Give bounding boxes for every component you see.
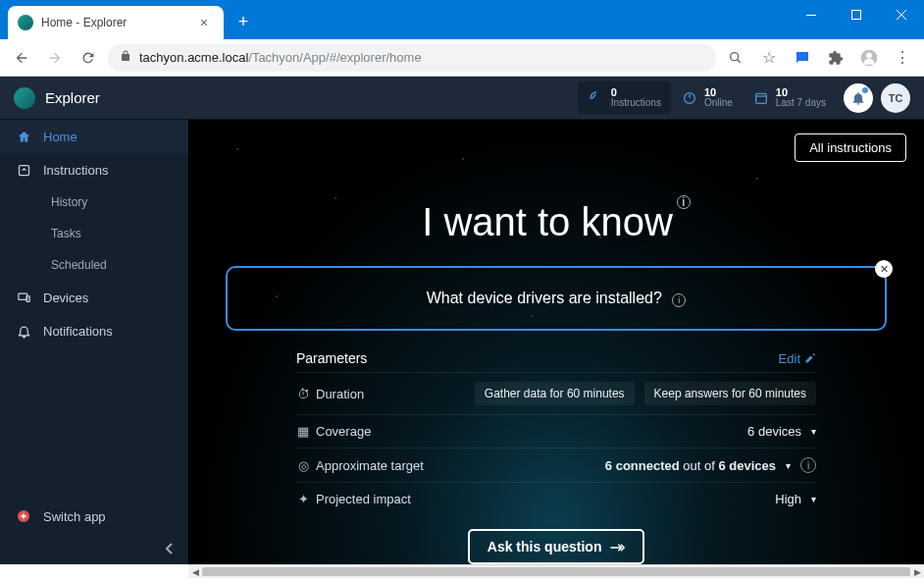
sidebar-item-home[interactable]: Home	[0, 120, 188, 153]
all-instructions-button[interactable]: All instructions	[795, 133, 906, 162]
sidebar-item-tasks[interactable]: Tasks	[0, 218, 188, 249]
main-content: All instructions I want to knowi ✕ What …	[188, 120, 924, 564]
home-icon	[16, 129, 31, 144]
devices-icon	[16, 290, 31, 305]
tab-favicon-icon	[18, 15, 33, 30]
svg-rect-9	[26, 295, 29, 301]
svg-point-2	[731, 52, 739, 60]
calendar-icon	[752, 89, 770, 107]
sidebar-item-instructions[interactable]: Instructions	[0, 153, 188, 186]
zoom-icon[interactable]	[722, 44, 749, 72]
sidebar-switch-app[interactable]: Switch app	[0, 500, 188, 533]
window-controls	[789, 0, 924, 29]
profile-icon[interactable]	[855, 44, 883, 72]
app-topbar: Explorer 0Instructions 10Online 10Last 7…	[0, 77, 924, 120]
menu-icon[interactable]: ⋮	[889, 44, 916, 72]
svg-rect-0	[806, 15, 816, 16]
bookmark-icon[interactable]: ☆	[755, 44, 783, 72]
user-avatar[interactable]: TC	[881, 83, 910, 113]
svg-rect-6	[756, 93, 767, 103]
background-stars	[188, 120, 924, 564]
stat-last7days[interactable]: 10Last 7 days	[743, 81, 836, 114]
sidebar-item-scheduled[interactable]: Scheduled	[0, 249, 188, 281]
question-text: What device drivers are installed?	[427, 290, 662, 306]
svg-point-4	[866, 52, 872, 58]
horizontal-scrollbar[interactable]: ◀ ▶	[188, 564, 924, 578]
stat-instructions[interactable]: 0Instructions	[578, 81, 671, 114]
notification-dot-icon	[862, 87, 868, 93]
reload-button[interactable]	[75, 44, 102, 72]
question-close-button[interactable]: ✕	[875, 260, 893, 278]
gauge-icon	[588, 89, 605, 107]
url-input[interactable]: tachyon.acme.local/Tachyon/App/#/explore…	[108, 44, 716, 72]
close-window-button[interactable]	[879, 0, 924, 29]
scroll-right-arrow-icon[interactable]: ▶	[910, 565, 924, 579]
sidebar-item-devices[interactable]: Devices	[0, 281, 188, 314]
tab-close-icon[interactable]: ×	[196, 15, 212, 30]
new-tab-button[interactable]: +	[230, 8, 257, 35]
svg-rect-1	[852, 11, 861, 20]
forward-button[interactable]	[41, 44, 69, 72]
window-titlebar: Home - Explorer × +	[0, 0, 924, 39]
question-box[interactable]: ✕ What device drivers are installed? i	[226, 266, 887, 331]
power-icon	[681, 89, 698, 107]
bell-outline-icon	[16, 323, 31, 339]
back-button[interactable]	[8, 44, 35, 72]
sidebar-item-history[interactable]: History	[0, 186, 188, 218]
stat-online[interactable]: 10Online	[671, 81, 743, 114]
address-bar: tachyon.acme.local/Tachyon/App/#/explore…	[0, 39, 924, 77]
info-icon[interactable]: i	[677, 195, 691, 209]
browser-tab[interactable]: Home - Explorer ×	[8, 6, 224, 39]
sidebar-item-notifications[interactable]: Notifications	[0, 314, 188, 347]
sidebar: Home Instructions History Tasks Schedule…	[0, 120, 188, 564]
hero-title: I want to knowi	[188, 200, 924, 244]
instructions-icon	[16, 162, 31, 178]
scrollbar-thumb[interactable]	[202, 567, 910, 576]
chat-icon[interactable]	[789, 44, 816, 72]
app-logo-icon	[14, 87, 35, 109]
app-brand: Explorer	[45, 89, 100, 106]
notifications-bell[interactable]	[844, 83, 873, 113]
lock-icon	[120, 50, 131, 65]
extensions-icon[interactable]	[822, 44, 849, 72]
tab-title: Home - Explorer	[41, 16, 188, 29]
chevron-left-icon	[165, 543, 175, 555]
svg-rect-8	[18, 293, 26, 299]
sidebar-collapse-button[interactable]	[0, 533, 188, 564]
url-host: tachyon.acme.local/Tachyon/App/#/explore…	[139, 50, 422, 65]
maximize-button[interactable]	[834, 0, 879, 29]
minimize-button[interactable]	[789, 0, 834, 29]
scroll-left-arrow-icon[interactable]: ◀	[188, 565, 202, 579]
question-info-icon[interactable]: i	[672, 293, 686, 307]
switch-app-icon	[16, 508, 31, 524]
